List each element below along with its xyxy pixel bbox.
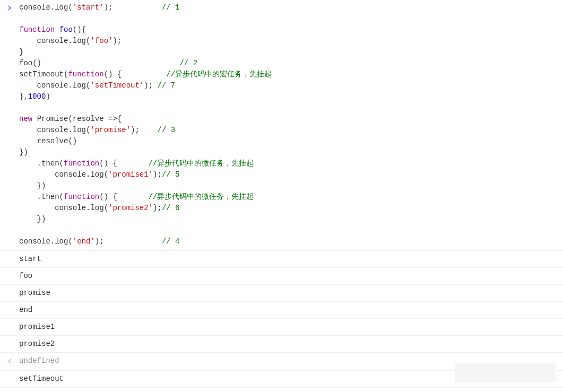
output-gutter (0, 373, 19, 374)
code-text: }) (37, 215, 46, 223)
code-keyword: function (64, 159, 99, 168)
code-text: (){ (73, 25, 86, 34)
code-text: setTimeout( (19, 70, 68, 79)
code-pad (122, 70, 166, 79)
code-string: 'promise1' (108, 170, 153, 179)
log-text: promise2 (19, 338, 563, 350)
code-pad (19, 193, 37, 201)
code-comment: // 4 (162, 237, 180, 246)
code-text: ); (104, 3, 113, 12)
blank-line (19, 225, 563, 236)
code-string: 'promise' (90, 126, 131, 134)
console-log-entry: promise (0, 285, 563, 302)
code-text: console.log( (37, 81, 91, 90)
log-text: end (19, 304, 563, 316)
code-pad (104, 237, 162, 246)
code-string: 'start' (73, 3, 104, 12)
code-string: 'foo' (90, 37, 112, 45)
output-gutter (0, 254, 19, 255)
code-comment: // 7 (157, 81, 175, 90)
console-log-entry: end (0, 302, 563, 319)
code-pad (19, 137, 37, 145)
console-log-entry: promise1 (0, 319, 563, 336)
console-log-entry: start (0, 251, 563, 268)
code-pad (117, 159, 149, 168)
code-text: console.log( (19, 237, 73, 246)
code-comment: // 6 (162, 204, 180, 212)
scroll-hint-overlay (455, 363, 556, 382)
code-text: console.log( (19, 3, 73, 12)
code-number: 1000 (28, 92, 46, 101)
console-panel: console.log('start'); // 1 function foo(… (0, 0, 563, 388)
console-log-entry: foo (0, 268, 563, 285)
code-pad (19, 159, 37, 168)
code-keyword: function (64, 193, 99, 201)
console-log-entry: promise2 (0, 336, 563, 353)
output-gutter (0, 288, 19, 289)
output-gutter (0, 271, 19, 272)
code-text: () { (99, 159, 117, 168)
code-pad (19, 37, 37, 45)
code-text: ); (144, 81, 157, 90)
code-pad (19, 204, 55, 212)
code-text: () { (99, 193, 117, 201)
log-text: start (19, 254, 563, 265)
code-text: }) (37, 181, 46, 190)
code-text: Promise(resolve =>{ (37, 115, 122, 123)
code-text: ) (46, 92, 50, 101)
code-text: foo() (19, 59, 41, 67)
code-pad (19, 126, 37, 134)
return-gutter (0, 355, 19, 368)
code-string: 'setTimeout' (90, 81, 144, 90)
code-pad (19, 170, 55, 179)
code-pad (55, 25, 59, 34)
code-string: 'end' (73, 237, 95, 246)
code-pad (19, 181, 37, 190)
code-text: console.log( (55, 204, 108, 212)
code-text: ); (95, 237, 104, 246)
code-pad (112, 3, 161, 12)
blank-line (19, 102, 563, 114)
chevron-left-icon (7, 356, 12, 368)
blank-line (19, 13, 563, 24)
code-comment: //异步代码中的微任务，先挂起 (149, 159, 254, 168)
code-comment: // 3 (157, 126, 175, 134)
output-gutter (0, 321, 19, 323)
code-comment: //异步代码中的微任务，先挂起 (149, 193, 254, 201)
code-text: console.log( (37, 37, 91, 45)
code-text: ); (153, 204, 162, 212)
input-gutter (0, 2, 19, 14)
code-comment: // 1 (162, 3, 180, 12)
output-gutter (0, 338, 19, 339)
code-func-name: foo (59, 25, 73, 34)
code-comment: // 5 (162, 170, 180, 179)
code-comment: // 2 (179, 59, 197, 67)
output-gutter (0, 304, 19, 306)
code-text: } (19, 48, 23, 56)
code-string: 'promise2' (108, 204, 153, 212)
code-text: ); (112, 37, 122, 45)
code-text: .then( (37, 159, 64, 168)
code-pad (41, 59, 179, 67)
chevron-right-icon (7, 3, 12, 14)
code-pad (19, 81, 37, 90)
code-text: ); (153, 170, 162, 179)
code-text: ); (131, 126, 140, 134)
code-keyword: new (19, 115, 32, 123)
log-text: promise1 (19, 321, 563, 333)
code-text: console.log( (55, 170, 108, 179)
log-text: promise (19, 288, 563, 299)
code-content[interactable]: console.log('start'); // 1 function foo(… (19, 2, 563, 247)
code-text: console.log( (37, 126, 91, 134)
code-text: }, (19, 92, 28, 101)
code-text: () { (104, 70, 122, 79)
code-text: .then( (37, 193, 64, 201)
console-input-entry: console.log('start'); // 1 function foo(… (0, 0, 563, 251)
code-pad (32, 115, 37, 123)
log-text: foo (19, 271, 563, 282)
code-text: }) (19, 148, 28, 156)
code-pad (19, 215, 37, 223)
code-pad (117, 193, 149, 201)
code-text: resolve() (37, 137, 77, 145)
code-pad (140, 126, 158, 134)
